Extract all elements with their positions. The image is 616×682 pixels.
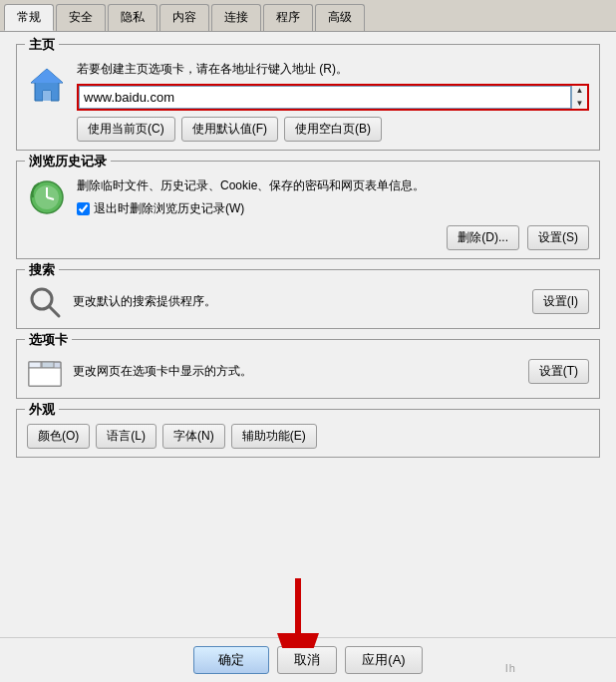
tab-connections[interactable]: 连接 <box>211 4 261 31</box>
search-desc: 更改默认的搜索提供程序。 <box>73 293 522 310</box>
svg-rect-10 <box>29 362 41 368</box>
ok-button[interactable]: 确定 <box>193 646 269 674</box>
colors-btn[interactable]: 颜色(O) <box>27 424 90 449</box>
tab-bar: 常规 安全 隐私 内容 连接 程序 高级 <box>0 0 616 32</box>
red-arrow <box>268 578 328 651</box>
tab-programs[interactable]: 程序 <box>263 4 313 31</box>
history-section: 浏览历史记录 删除临时文件、历史记录、Cookie、保存的密码和网页表单信息。 <box>16 161 600 259</box>
svg-rect-12 <box>29 368 61 386</box>
delete-on-exit-checkbox[interactable] <box>77 202 90 215</box>
search-icon <box>27 284 63 320</box>
svg-rect-1 <box>43 91 51 101</box>
homepage-desc: 若要创建主页选项卡，请在各地址行键入地址 (R)。 <box>77 61 589 78</box>
history-icon <box>27 177 67 217</box>
history-right: 删除临时文件、历史记录、Cookie、保存的密码和网页表单信息。 退出时删除浏览… <box>77 177 589 250</box>
history-title: 浏览历史记录 <box>25 153 111 170</box>
accessibility-btn[interactable]: 辅助功能(E) <box>231 424 317 449</box>
scroll-up-arrow[interactable]: ▲ <box>576 87 584 95</box>
appearance-section: 外观 颜色(O) 语言(L) 字体(N) 辅助功能(E) <box>16 409 600 458</box>
tab-security[interactable]: 安全 <box>56 4 106 31</box>
history-buttons: 删除(D)... 设置(S) <box>77 225 589 250</box>
apply-button[interactable]: 应用(A) <box>345 646 422 674</box>
url-scrollbar: ▲ ▼ <box>571 86 587 109</box>
tab-content[interactable]: 内容 <box>159 4 209 31</box>
search-inner: 更改默认的搜索提供程序。 设置(I) <box>27 284 589 320</box>
use-current-btn[interactable]: 使用当前页(C) <box>77 117 175 142</box>
bottom-bar: 确定 取消 应用(A) Ih <box>0 637 616 682</box>
language-btn[interactable]: 语言(L) <box>96 424 156 449</box>
tab-advanced[interactable]: 高级 <box>315 4 365 31</box>
homepage-inner: 若要创建主页选项卡，请在各地址行键入地址 (R)。 ▲ ▼ 使用当前页(C) 使… <box>27 61 589 142</box>
search-section: 搜索 更改默认的搜索提供程序。 设置(I) <box>16 269 600 329</box>
use-default-btn[interactable]: 使用默认值(F) <box>181 117 278 142</box>
homepage-title: 主页 <box>25 36 59 54</box>
appearance-buttons: 颜色(O) 语言(L) 字体(N) 辅助功能(E) <box>27 424 589 449</box>
tabs-section: 选项卡 更改网页在选项卡中显示的方式。 设置(T) <box>16 339 600 399</box>
scroll-down-arrow[interactable]: ▼ <box>576 100 584 108</box>
tabs-settings-btn[interactable]: 设置(T) <box>528 359 589 384</box>
delete-history-btn[interactable]: 删除(D)... <box>447 225 519 250</box>
fonts-btn[interactable]: 字体(N) <box>162 424 225 449</box>
svg-line-8 <box>49 306 59 316</box>
history-settings-btn[interactable]: 设置(S) <box>527 225 589 250</box>
url-input[interactable] <box>79 86 571 109</box>
homepage-section: 主页 若要创建主页选项卡，请在各地址行键入地址 (R)。 <box>16 44 600 151</box>
tabs-title: 选项卡 <box>25 331 72 349</box>
homepage-buttons: 使用当前页(C) 使用默认值(F) 使用空白页(B) <box>77 117 589 142</box>
url-input-box: ▲ ▼ <box>77 84 589 111</box>
checkbox-label: 退出时删除浏览历史记录(W) <box>94 200 244 217</box>
search-title: 搜索 <box>25 261 59 279</box>
svg-rect-11 <box>42 362 54 368</box>
watermark: Ih <box>505 662 516 674</box>
home-icon <box>27 65 67 105</box>
svg-marker-2 <box>31 69 63 83</box>
main-content: 主页 若要创建主页选项卡，请在各地址行键入地址 (R)。 <box>0 32 616 637</box>
tabs-inner: 更改网页在选项卡中显示的方式。 设置(T) <box>27 354 589 390</box>
use-blank-btn[interactable]: 使用空白页(B) <box>284 117 382 142</box>
history-desc: 删除临时文件、历史记录、Cookie、保存的密码和网页表单信息。 <box>77 177 589 194</box>
appearance-title: 外观 <box>25 401 59 419</box>
dialog-container: 常规 安全 隐私 内容 连接 程序 高级 主页 若要创建主页选项卡，请 <box>0 0 616 682</box>
checkbox-row: 退出时删除浏览历史记录(W) <box>77 200 589 217</box>
tabs-icon <box>27 354 63 390</box>
search-settings-btn[interactable]: 设置(I) <box>532 289 589 314</box>
tabs-desc: 更改网页在选项卡中显示的方式。 <box>73 363 518 380</box>
tab-privacy[interactable]: 隐私 <box>108 4 157 31</box>
homepage-right: 若要创建主页选项卡，请在各地址行键入地址 (R)。 ▲ ▼ 使用当前页(C) 使… <box>77 61 589 142</box>
tab-general[interactable]: 常规 <box>4 4 54 31</box>
history-inner: 删除临时文件、历史记录、Cookie、保存的密码和网页表单信息。 退出时删除浏览… <box>27 177 589 250</box>
